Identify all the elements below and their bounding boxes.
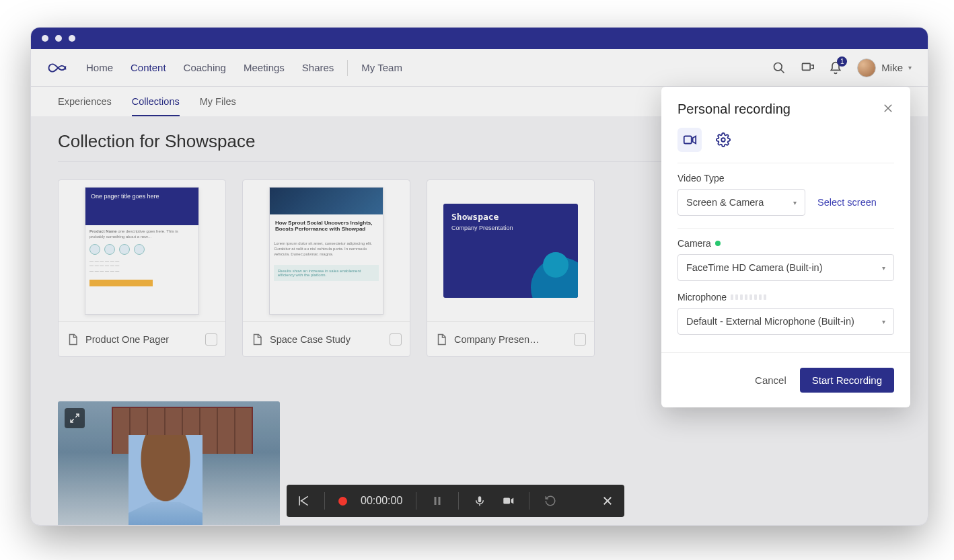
card-thumb: One pager title goes here Product Name o… <box>59 180 225 321</box>
search-icon[interactable] <box>772 61 786 75</box>
card-product-one-pager[interactable]: One pager title goes here Product Name o… <box>58 179 226 357</box>
recording-time: 00:00:00 <box>361 495 402 507</box>
nav-content[interactable]: Content <box>131 62 166 73</box>
pause-icon[interactable] <box>430 493 445 508</box>
video-type-value: Screen & Camera <box>686 197 764 208</box>
personal-recording-panel: Personal recording Video Type Screen <box>661 87 910 407</box>
card-space-case-study[interactable]: How Sprout Social Uncovers Insights, Boo… <box>242 179 410 357</box>
window-zoom-icon[interactable] <box>69 35 75 42</box>
chevron-down-icon: ▾ <box>908 64 912 71</box>
microphone-value: Default - External Microphone (Built-in) <box>686 316 854 327</box>
chevron-down-icon: ▾ <box>882 318 885 325</box>
record-icon[interactable] <box>338 497 347 506</box>
video-type-select[interactable]: Screen & Camera ▾ <box>677 189 805 216</box>
card-checkbox[interactable] <box>205 333 217 346</box>
notification-badge: 1 <box>837 56 847 67</box>
start-recording-button[interactable]: Start Recording <box>800 368 894 393</box>
nav-links: Home Content Coaching Meetings Shares My… <box>86 60 402 76</box>
window-close-icon[interactable] <box>42 35 48 42</box>
camera-value: FaceTime HD Camera (Built-in) <box>686 262 823 273</box>
pdf-icon <box>67 333 79 346</box>
user-name: Mike <box>881 62 903 73</box>
pdf-icon <box>435 333 447 346</box>
svg-line-5 <box>71 419 74 422</box>
svg-rect-17 <box>684 136 692 144</box>
nav-meetings[interactable]: Meetings <box>244 62 285 73</box>
mic-level-meter <box>731 294 766 300</box>
app-body: Home Content Coaching Meetings Shares My… <box>31 49 928 525</box>
card-company-presentation[interactable]: Showspace Company Presentation Company P… <box>427 179 595 357</box>
microphone-select[interactable]: Default - External Microphone (Built-in)… <box>677 308 894 335</box>
app-logo[interactable] <box>47 61 67 75</box>
thumb-title: Showspace <box>451 212 570 222</box>
camera-icon[interactable] <box>501 493 515 508</box>
page-title: Collection for Showspace <box>58 131 255 152</box>
camera-select[interactable]: FaceTime HD Camera (Built-in) ▾ <box>677 254 894 281</box>
svg-rect-11 <box>504 498 511 504</box>
svg-line-4 <box>75 414 79 417</box>
nav-coaching[interactable]: Coaching <box>184 62 226 73</box>
close-icon[interactable] <box>882 102 894 117</box>
svg-point-0 <box>774 63 782 71</box>
restart-icon[interactable] <box>543 493 558 508</box>
recording-toolbar: 00:00:00 <box>287 485 624 517</box>
thumb-sub: Product Name <box>89 229 117 233</box>
preview-person <box>129 435 203 522</box>
svg-rect-9 <box>478 496 482 502</box>
rewind-start-icon[interactable] <box>296 493 311 508</box>
card-checkbox[interactable] <box>390 333 402 346</box>
card-label: Space Case Study <box>270 334 383 345</box>
select-screen-link[interactable]: Select screen <box>817 197 877 208</box>
nav-home[interactable]: Home <box>86 62 113 73</box>
microphone-icon[interactable] <box>472 493 487 508</box>
thumb-title: How Sprout Social Uncovers Insights, Boo… <box>275 220 377 232</box>
camera-active-dot <box>715 241 721 246</box>
cancel-button[interactable]: Cancel <box>755 374 786 386</box>
card-label: Company Presen… <box>454 334 567 345</box>
chevron-down-icon: ▾ <box>793 199 797 206</box>
card-label: Product One Pager <box>85 334 198 345</box>
notification-icon[interactable]: 1 <box>829 61 842 75</box>
expand-icon[interactable] <box>65 408 85 428</box>
panel-title: Personal recording <box>677 102 791 117</box>
tab-experiences[interactable]: Experiences <box>58 96 112 116</box>
card-thumb: How Sprout Social Uncovers Insights, Boo… <box>243 180 410 321</box>
nav-icons: 1 Mike ▾ <box>772 58 912 77</box>
svg-rect-7 <box>435 497 437 505</box>
nav-shares[interactable]: Shares <box>302 62 334 73</box>
card-thumb: Showspace Company Presentation <box>427 180 594 321</box>
svg-rect-8 <box>439 497 441 505</box>
camera-label: Camera <box>677 238 711 249</box>
top-nav: Home Content Coaching Meetings Shares My… <box>31 49 928 87</box>
video-type-label: Video Type <box>677 173 894 184</box>
mode-video-icon[interactable] <box>677 128 702 152</box>
svg-marker-12 <box>511 498 514 504</box>
card-checkbox[interactable] <box>574 333 586 346</box>
thumb-sub: Company Presentation <box>451 225 570 231</box>
thumb-title: One pager title goes here <box>85 188 198 225</box>
svg-marker-18 <box>693 136 696 144</box>
avatar <box>857 58 876 77</box>
camera-preview <box>58 401 280 526</box>
mode-settings-icon[interactable] <box>711 128 735 152</box>
svg-point-19 <box>721 138 725 142</box>
svg-line-1 <box>781 69 784 73</box>
pdf-icon <box>251 333 263 346</box>
close-icon[interactable] <box>600 493 615 508</box>
app-window: Home Content Coaching Meetings Shares My… <box>30 27 928 526</box>
present-icon[interactable] <box>801 61 814 75</box>
chevron-down-icon: ▾ <box>882 264 885 272</box>
microphone-label: Microphone <box>677 292 727 303</box>
nav-divider <box>347 60 348 76</box>
svg-rect-2 <box>803 63 811 70</box>
tab-my-files[interactable]: My Files <box>200 96 236 116</box>
title-bar <box>31 28 928 49</box>
tab-collections[interactable]: Collections <box>132 96 180 116</box>
nav-my-team[interactable]: My Team <box>361 62 402 73</box>
user-menu[interactable]: Mike ▾ <box>857 58 912 77</box>
window-minimize-icon[interactable] <box>55 35 62 42</box>
